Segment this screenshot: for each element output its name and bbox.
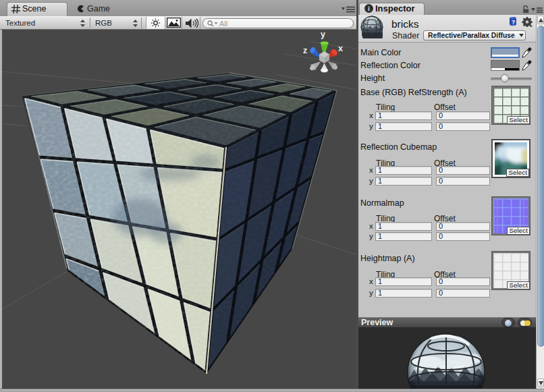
svg-text:y: y: [321, 30, 325, 39]
svg-text:x: x: [338, 44, 343, 53]
svg-text:?: ?: [512, 19, 515, 26]
svg-text:z: z: [303, 46, 307, 55]
